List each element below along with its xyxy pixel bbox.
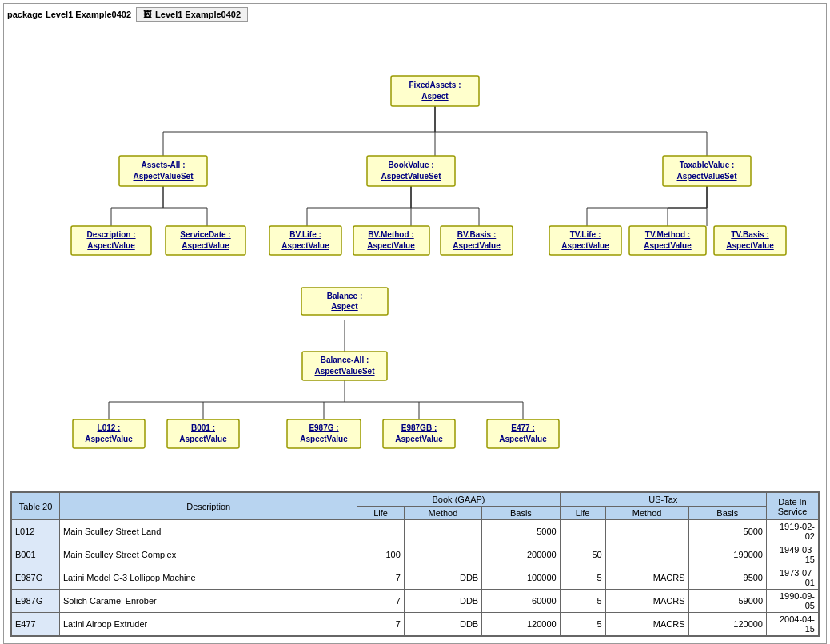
package-tab[interactable]: 🖼 Level1 Example0402 bbox=[136, 7, 248, 22]
node-tvlife-label2: AspectValue bbox=[561, 241, 609, 250]
node-balanceall-label2: AspectValueSet bbox=[314, 367, 375, 376]
node-servicedate-label2: AspectValue bbox=[182, 241, 229, 250]
node-tvmethod-label1: TV.Method : bbox=[645, 230, 690, 239]
node-e987gb-label1: E987GB : bbox=[401, 423, 437, 432]
table-cell bbox=[404, 520, 481, 543]
table-cell bbox=[605, 520, 688, 543]
node-l012-label1: L012 : bbox=[98, 423, 121, 432]
table-cell: 9500 bbox=[688, 566, 766, 590]
node-taxablevalue-label2: AspectValueSet bbox=[676, 172, 737, 181]
node-e987g-label2: AspectValue bbox=[300, 435, 348, 443]
table-cell bbox=[357, 520, 404, 543]
table-cell: 190000 bbox=[688, 543, 766, 566]
node-bvmethod-label2: AspectValue bbox=[367, 241, 415, 250]
node-balance-label2: Aspect bbox=[331, 302, 358, 311]
conn-taxablevalue-tvmethod bbox=[668, 186, 707, 226]
table-cell: E987G bbox=[12, 566, 60, 590]
node-b001-label1: B001 : bbox=[191, 423, 215, 432]
tab-label: Level1 Example0402 bbox=[155, 10, 241, 19]
table-cell: Latini Airpop Extruder bbox=[60, 613, 357, 636]
node-e477-label1: E477 : bbox=[511, 423, 534, 432]
node-e477-label2: AspectValue bbox=[499, 435, 547, 443]
conn-fixedassets-taxablevalue bbox=[435, 106, 707, 156]
diagram-area: FixedAssets : Aspect Assets-All : Aspect… bbox=[7, 28, 823, 483]
table-cell: 5 bbox=[560, 590, 605, 613]
main-container: package Level1 Example0402 🖼 Level1 Exam… bbox=[3, 3, 827, 644]
table-cell: 7 bbox=[357, 590, 404, 613]
table-cell: 59000 bbox=[688, 590, 766, 613]
table-cell: E987G bbox=[12, 590, 60, 613]
node-bvlife-label1: BV.Life : bbox=[289, 230, 321, 239]
table-cell: 7 bbox=[357, 613, 404, 636]
table-cell: MACRS bbox=[605, 566, 688, 590]
table-cell: DDB bbox=[404, 566, 481, 590]
table-cell: DDB bbox=[404, 613, 481, 636]
table-cell: 100 bbox=[357, 543, 404, 566]
node-tvbasis-label1: TV.Basis : bbox=[731, 230, 768, 239]
node-bvmethod-label1: BV.Method : bbox=[368, 230, 413, 239]
table-cell: 1973-07-01 bbox=[767, 566, 819, 590]
table-cell: 200000 bbox=[482, 543, 560, 566]
table-cell bbox=[560, 520, 605, 543]
col-bv-basis: Basis bbox=[482, 507, 560, 520]
table-row: E987GLatini Model C-3 Lollipop Machine7D… bbox=[12, 566, 819, 590]
conn-taxablevalue-tvlife bbox=[587, 186, 707, 226]
table-cell: L012 bbox=[12, 520, 60, 543]
node-e987g-label1: E987G : bbox=[309, 423, 338, 432]
table-cell: B001 bbox=[12, 543, 60, 566]
table-row: E987GSolich Caramel Enrober7DDB600005MAC… bbox=[12, 590, 819, 613]
col-tv-basis: Basis bbox=[688, 507, 766, 520]
col-group-ustax: US-Tax bbox=[560, 493, 766, 507]
table-cell: 2004-04-15 bbox=[767, 613, 819, 636]
table-row: B001Main Sculley Street Complex100200000… bbox=[12, 543, 819, 566]
table-row: E477Latini Airpop Extruder7DDB1200005MAC… bbox=[12, 613, 819, 636]
node-bvbasis-label2: AspectValue bbox=[453, 241, 501, 250]
node-bvbasis-label1: BV.Basis : bbox=[457, 230, 497, 239]
node-e987gb-label2: AspectValue bbox=[395, 435, 443, 443]
col-dateinservice: Date In Service bbox=[767, 493, 819, 520]
node-assetsall-label2: AspectValueSet bbox=[133, 172, 194, 181]
table-cell: 5 bbox=[560, 613, 605, 636]
node-bookvalue-label1: BookValue : bbox=[388, 161, 433, 169]
node-description-label2: AspectValue bbox=[87, 241, 135, 250]
table-row: L012Main Sculley Street Land500050001919… bbox=[12, 520, 819, 543]
table-cell: E477 bbox=[12, 613, 60, 636]
data-table: Table 20 Description Book (GAAP) US-Tax … bbox=[11, 492, 819, 636]
node-fixedassets-label2: Aspect bbox=[421, 92, 449, 101]
table-cell: 7 bbox=[357, 566, 404, 590]
conn-bookvalue-bvlife bbox=[307, 186, 411, 226]
col-tv-method: Method bbox=[605, 507, 688, 520]
col-bv-life: Life bbox=[357, 507, 404, 520]
table-section: Table 20 Description Book (GAAP) US-Tax … bbox=[10, 491, 820, 637]
table-cell: Main Sculley Street Land bbox=[60, 520, 357, 543]
header-title: Level1 Example0402 bbox=[46, 10, 131, 19]
node-taxablevalue-label1: TaxableValue : bbox=[680, 161, 735, 169]
col-bv-method: Method bbox=[404, 507, 481, 520]
node-balanceall-label1: Balance-All : bbox=[321, 356, 369, 364]
node-tvmethod-label2: AspectValue bbox=[644, 241, 692, 250]
table-cell bbox=[605, 543, 688, 566]
node-assetsall-label1: Assets-All : bbox=[141, 161, 185, 169]
conn-assetsall-description bbox=[111, 186, 163, 226]
table-cell: 1919-02-02 bbox=[767, 520, 819, 543]
table-cell: 50 bbox=[560, 543, 605, 566]
diagram-svg: FixedAssets : Aspect Assets-All : Aspect… bbox=[7, 28, 823, 475]
conn-assetsall-servicedate bbox=[163, 186, 207, 226]
table-cell: 60000 bbox=[482, 590, 560, 613]
node-bookvalue-label2: AspectValueSet bbox=[381, 172, 441, 181]
table-cell: MACRS bbox=[605, 613, 688, 636]
table-cell: Latini Model C-3 Lollipop Machine bbox=[60, 566, 357, 590]
node-l012-label2: AspectValue bbox=[85, 435, 133, 443]
node-fixedassets-label1: FixedAssets : bbox=[409, 81, 461, 89]
table-cell: MACRS bbox=[605, 590, 688, 613]
table-cell: 120000 bbox=[688, 613, 766, 636]
node-tvlife-label1: TV.Life : bbox=[570, 230, 601, 239]
tab-icon: 🖼 bbox=[143, 10, 152, 19]
table-cell: Main Sculley Street Complex bbox=[60, 543, 357, 566]
table-cell: 120000 bbox=[482, 613, 560, 636]
node-servicedate-label1: ServiceDate : bbox=[180, 230, 230, 239]
table-cell: 5000 bbox=[688, 520, 766, 543]
node-description-label1: Description : bbox=[86, 230, 135, 239]
table-cell bbox=[404, 543, 481, 566]
node-b001-label2: AspectValue bbox=[179, 435, 227, 443]
